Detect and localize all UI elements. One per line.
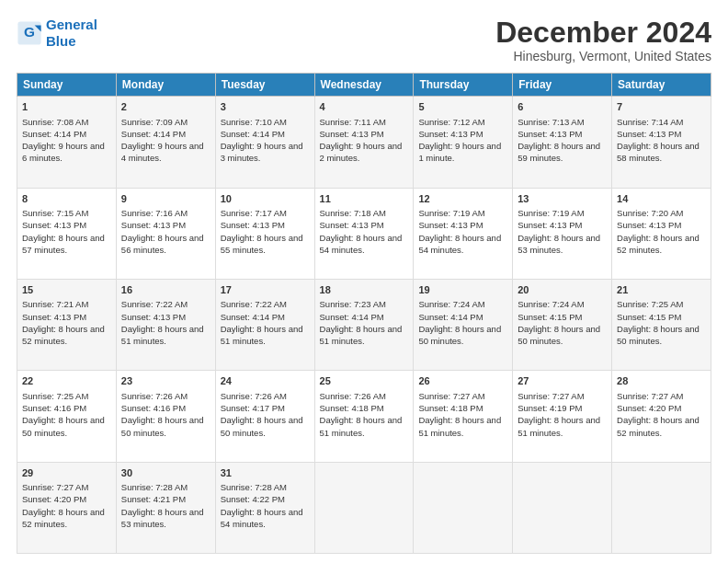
day-number: 20 <box>518 283 607 297</box>
calendar-cell: 20Sunrise: 7:24 AM Sunset: 4:15 PM Dayli… <box>513 279 612 370</box>
day-number: 25 <box>320 374 409 388</box>
day-number: 4 <box>320 100 409 114</box>
calendar-cell <box>612 462 711 553</box>
page-title: December 2024 <box>495 17 711 49</box>
day-number: 13 <box>518 192 607 206</box>
day-number: 18 <box>320 283 409 297</box>
calendar-cell: 11Sunrise: 7:18 AM Sunset: 4:13 PM Dayli… <box>314 188 414 279</box>
day-number: 23 <box>121 374 210 388</box>
calendar-cell: 2Sunrise: 7:09 AM Sunset: 4:14 PM Daylig… <box>116 97 215 188</box>
header-cell-monday: Monday <box>116 74 215 97</box>
week-row-1: 1Sunrise: 7:08 AM Sunset: 4:14 PM Daylig… <box>17 97 711 188</box>
day-number: 28 <box>617 374 706 388</box>
calendar-cell <box>513 462 612 553</box>
day-number: 6 <box>518 100 607 114</box>
calendar-cell <box>414 462 513 553</box>
day-number: 10 <box>221 192 310 206</box>
day-number: 8 <box>22 192 111 206</box>
day-number: 5 <box>418 100 507 114</box>
week-row-2: 8Sunrise: 7:15 AM Sunset: 4:13 PM Daylig… <box>17 188 711 279</box>
calendar-cell: 30Sunrise: 7:28 AM Sunset: 4:21 PM Dayli… <box>116 462 215 553</box>
calendar-cell: 13Sunrise: 7:19 AM Sunset: 4:13 PM Dayli… <box>513 188 612 279</box>
day-number: 21 <box>617 283 706 297</box>
day-number: 7 <box>617 100 706 114</box>
day-number: 26 <box>418 374 507 388</box>
calendar-cell: 25Sunrise: 7:26 AM Sunset: 4:18 PM Dayli… <box>314 371 414 462</box>
header-cell-sunday: Sunday <box>17 74 117 97</box>
day-number: 27 <box>518 374 607 388</box>
calendar-cell: 22Sunrise: 7:25 AM Sunset: 4:16 PM Dayli… <box>17 371 117 462</box>
calendar-cell: 28Sunrise: 7:27 AM Sunset: 4:20 PM Dayli… <box>612 371 711 462</box>
calendar-cell: 5Sunrise: 7:12 AM Sunset: 4:13 PM Daylig… <box>414 97 513 188</box>
day-number: 11 <box>320 192 409 206</box>
calendar-cell: 31Sunrise: 7:28 AM Sunset: 4:22 PM Dayli… <box>215 462 314 553</box>
day-number: 29 <box>22 466 111 480</box>
calendar-cell: 12Sunrise: 7:19 AM Sunset: 4:13 PM Dayli… <box>414 188 513 279</box>
week-row-4: 22Sunrise: 7:25 AM Sunset: 4:16 PM Dayli… <box>17 371 711 462</box>
header-cell-saturday: Saturday <box>612 74 711 97</box>
calendar-cell: 23Sunrise: 7:26 AM Sunset: 4:16 PM Dayli… <box>116 371 215 462</box>
day-number: 3 <box>221 100 310 114</box>
page: G General Blue December 2024 Hinesburg, … <box>0 0 728 563</box>
calendar-cell: 14Sunrise: 7:20 AM Sunset: 4:13 PM Dayli… <box>612 188 711 279</box>
calendar-cell: 1Sunrise: 7:08 AM Sunset: 4:14 PM Daylig… <box>17 97 117 188</box>
header-cell-tuesday: Tuesday <box>215 74 314 97</box>
calendar-cell: 8Sunrise: 7:15 AM Sunset: 4:13 PM Daylig… <box>17 188 117 279</box>
day-number: 22 <box>22 374 111 388</box>
logo-text: General Blue <box>46 17 97 50</box>
day-number: 31 <box>221 466 310 480</box>
calendar-cell: 16Sunrise: 7:22 AM Sunset: 4:13 PM Dayli… <box>116 279 215 370</box>
calendar-cell: 29Sunrise: 7:27 AM Sunset: 4:20 PM Dayli… <box>17 462 117 553</box>
header-cell-wednesday: Wednesday <box>314 74 414 97</box>
calendar-cell: 26Sunrise: 7:27 AM Sunset: 4:18 PM Dayli… <box>414 371 513 462</box>
header: G General Blue December 2024 Hinesburg, … <box>17 17 711 63</box>
day-number: 17 <box>221 283 310 297</box>
calendar-cell: 10Sunrise: 7:17 AM Sunset: 4:13 PM Dayli… <box>215 188 314 279</box>
calendar-cell: 3Sunrise: 7:10 AM Sunset: 4:14 PM Daylig… <box>215 97 314 188</box>
calendar-cell: 18Sunrise: 7:23 AM Sunset: 4:14 PM Dayli… <box>314 279 414 370</box>
day-number: 15 <box>22 283 111 297</box>
day-number: 16 <box>121 283 210 297</box>
day-number: 19 <box>418 283 507 297</box>
week-row-5: 29Sunrise: 7:27 AM Sunset: 4:20 PM Dayli… <box>17 462 711 553</box>
logo-icon: G <box>17 20 42 46</box>
calendar-cell: 19Sunrise: 7:24 AM Sunset: 4:14 PM Dayli… <box>414 279 513 370</box>
calendar-cell <box>314 462 414 553</box>
header-cell-thursday: Thursday <box>414 74 513 97</box>
week-row-3: 15Sunrise: 7:21 AM Sunset: 4:13 PM Dayli… <box>17 279 711 370</box>
calendar-cell: 24Sunrise: 7:26 AM Sunset: 4:17 PM Dayli… <box>215 371 314 462</box>
svg-text:G: G <box>24 24 35 40</box>
day-number: 30 <box>121 466 210 480</box>
logo: G General Blue <box>17 17 97 50</box>
calendar-cell: 15Sunrise: 7:21 AM Sunset: 4:13 PM Dayli… <box>17 279 117 370</box>
calendar-cell: 9Sunrise: 7:16 AM Sunset: 4:13 PM Daylig… <box>116 188 215 279</box>
calendar-table: SundayMondayTuesdayWednesdayThursdayFrid… <box>17 73 711 554</box>
calendar-cell: 27Sunrise: 7:27 AM Sunset: 4:19 PM Dayli… <box>513 371 612 462</box>
page-subtitle: Hinesburg, Vermont, United States <box>495 49 711 63</box>
day-number: 9 <box>121 192 210 206</box>
day-number: 12 <box>418 192 507 206</box>
calendar-cell: 6Sunrise: 7:13 AM Sunset: 4:13 PM Daylig… <box>513 97 612 188</box>
calendar-cell: 21Sunrise: 7:25 AM Sunset: 4:15 PM Dayli… <box>612 279 711 370</box>
day-number: 14 <box>617 192 706 206</box>
header-row: SundayMondayTuesdayWednesdayThursdayFrid… <box>17 74 711 97</box>
day-number: 2 <box>121 100 210 114</box>
header-cell-friday: Friday <box>513 74 612 97</box>
calendar-cell: 4Sunrise: 7:11 AM Sunset: 4:13 PM Daylig… <box>314 97 414 188</box>
title-block: December 2024 Hinesburg, Vermont, United… <box>495 17 711 63</box>
day-number: 1 <box>22 100 111 114</box>
calendar-cell: 7Sunrise: 7:14 AM Sunset: 4:13 PM Daylig… <box>612 97 711 188</box>
day-number: 24 <box>221 374 310 388</box>
calendar-cell: 17Sunrise: 7:22 AM Sunset: 4:14 PM Dayli… <box>215 279 314 370</box>
